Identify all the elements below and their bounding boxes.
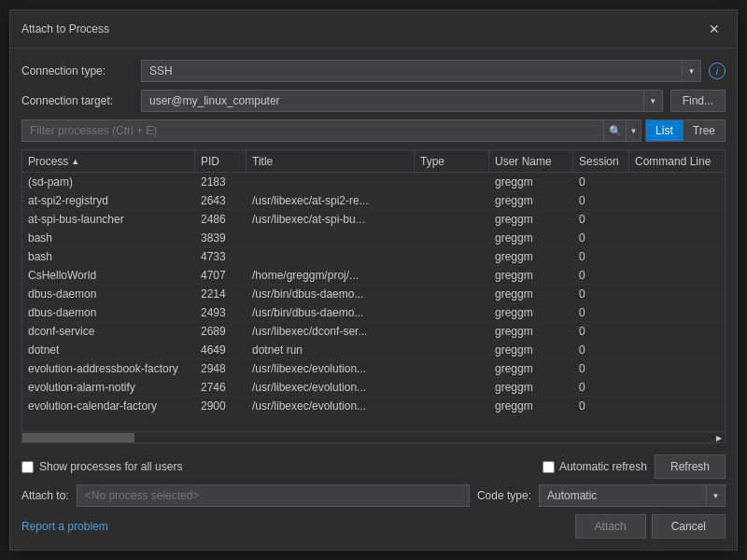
connection-target-input[interactable]	[141, 90, 644, 112]
connection-type-row: Connection type: ▼ i	[21, 60, 726, 82]
connection-type-info-icon[interactable]: i	[709, 63, 726, 79]
code-type-arrow-icon[interactable]: ▼	[706, 485, 725, 506]
td-pid: 4707	[195, 266, 247, 284]
th-cmdline[interactable]: Command Line	[629, 150, 725, 172]
td-username: greggm	[489, 303, 573, 321]
table-row[interactable]: evolution-alarm-notify 2746 /usr/libexec…	[22, 378, 725, 397]
table-row[interactable]: dbus-daemon 2214 /usr/bin/dbus-daemo... …	[22, 285, 725, 303]
tree-view-button[interactable]: Tree	[683, 120, 725, 141]
td-pid: 2486	[195, 210, 247, 228]
table-row[interactable]: (sd-pam) 2183 greggm 0	[22, 173, 725, 191]
table-row[interactable]: dotnet 4649 dotnet run greggm 0	[22, 341, 725, 359]
td-process: dconf-service	[22, 322, 195, 340]
list-view-button[interactable]: List	[646, 120, 683, 141]
th-username[interactable]: User Name	[489, 150, 573, 172]
td-username: greggm	[489, 191, 573, 209]
td-pid: 2746	[195, 378, 247, 396]
connection-type-dropdown[interactable]: ▼	[141, 60, 701, 82]
cancel-button[interactable]: Cancel	[652, 514, 726, 539]
table-row[interactable]: dbus-daemon 2493 /usr/bin/dbus-daemo... …	[22, 303, 725, 322]
td-cmdline	[629, 397, 725, 414]
attach-to-process-dialog: Attach to Process ✕ Connection type: ▼ i…	[9, 9, 738, 551]
close-button[interactable]: ✕	[703, 18, 726, 40]
td-pid: 2493	[195, 303, 247, 321]
refresh-button[interactable]: Refresh	[655, 455, 726, 479]
td-title	[247, 229, 415, 246]
td-process: at-spi2-registryd	[22, 191, 195, 209]
table-row[interactable]: dconf-service 2689 /usr/libexec/dconf-se…	[22, 322, 725, 341]
auto-refresh-check: Automatic refresh	[543, 460, 647, 473]
th-type[interactable]: Type	[415, 150, 489, 172]
refresh-row: Automatic refresh Refresh	[543, 455, 726, 479]
process-table: Process ▲ PID Title Type User Name Sessi…	[21, 149, 726, 443]
horizontal-scrollbar: ▶	[22, 431, 725, 442]
connection-target-arrow[interactable]: ▼	[644, 90, 663, 112]
td-cmdline	[629, 285, 725, 302]
table-row[interactable]: evolution-addressbook-factory 2948 /usr/…	[22, 359, 725, 378]
td-session: 0	[573, 322, 629, 340]
td-type	[415, 210, 489, 228]
h-scroll-right-button[interactable]: ▶	[713, 432, 725, 443]
table-row[interactable]: at-spi2-registryd 2643 /usr/libexec/at-s…	[22, 191, 725, 210]
td-session: 0	[573, 266, 629, 284]
td-pid: 4733	[195, 247, 247, 265]
find-button[interactable]: Find...	[670, 90, 726, 112]
td-title: /usr/bin/dbus-daemo...	[247, 303, 415, 321]
td-pid: 3839	[195, 229, 247, 246]
td-title: /home/greggm/proj/...	[247, 266, 415, 284]
td-username: greggm	[489, 341, 573, 358]
td-session: 0	[573, 285, 629, 302]
h-scrollbar-track[interactable]	[22, 432, 713, 443]
view-toggle: List Tree	[645, 119, 726, 142]
connection-target-dropdown[interactable]: ▼	[141, 90, 663, 112]
attach-to-label: Attach to:	[21, 489, 69, 502]
th-title[interactable]: Title	[247, 150, 415, 172]
td-username: greggm	[489, 210, 573, 228]
show-all-users-checkbox[interactable]	[21, 461, 34, 473]
td-session: 0	[573, 247, 629, 265]
td-username: greggm	[489, 378, 573, 396]
attach-button[interactable]: Attach	[575, 514, 646, 539]
auto-refresh-checkbox[interactable]	[543, 461, 555, 473]
td-cmdline	[629, 341, 725, 358]
td-pid: 2214	[195, 285, 247, 302]
code-type-select-wrap: ▼	[539, 484, 726, 507]
td-process: evolution-alarm-notify	[22, 378, 195, 396]
filter-input-wrap: 🔍 ▼	[21, 119, 641, 142]
td-session: 0	[573, 341, 629, 358]
connection-target-row: Connection target: ▼ Find...	[21, 90, 726, 112]
connection-type-arrow[interactable]: ▼	[683, 60, 701, 82]
report-link[interactable]: Report a problem	[21, 520, 108, 533]
td-cmdline	[629, 229, 725, 246]
connection-type-input[interactable]	[141, 60, 683, 82]
th-pid[interactable]: PID	[195, 150, 247, 172]
filter-dropdown-arrow[interactable]: ▼	[626, 120, 641, 141]
attach-to-input[interactable]	[78, 485, 469, 506]
table-row[interactable]: at-spi-bus-launcher 2486 /usr/libexec/at…	[22, 210, 725, 229]
td-title	[247, 247, 415, 265]
td-username: greggm	[489, 285, 573, 302]
toolbar-row: 🔍 ▼ List Tree	[21, 119, 726, 142]
td-cmdline	[629, 378, 725, 396]
td-session: 0	[573, 303, 629, 321]
auto-refresh-label[interactable]: Automatic refresh	[559, 460, 647, 473]
th-session[interactable]: Session	[573, 150, 629, 172]
table-row[interactable]: bash 4733 greggm 0	[22, 247, 725, 266]
code-type-input[interactable]	[540, 485, 706, 506]
td-type	[415, 359, 489, 377]
table-row[interactable]: bash 3839 greggm 0	[22, 229, 725, 247]
td-process: bash	[22, 229, 195, 246]
th-process[interactable]: Process ▲	[22, 150, 195, 172]
td-pid: 2900	[195, 397, 247, 414]
h-scrollbar-thumb[interactable]	[22, 433, 134, 442]
td-session: 0	[573, 378, 629, 396]
table-row[interactable]: evolution-calendar-factory 2900 /usr/lib…	[22, 397, 725, 415]
td-cmdline	[629, 359, 725, 377]
filter-input[interactable]	[22, 120, 603, 141]
search-icon[interactable]: 🔍	[603, 120, 626, 141]
td-username: greggm	[489, 322, 573, 340]
table-row[interactable]: CsHelloWorld 4707 /home/greggm/proj/... …	[22, 266, 725, 285]
table-header: Process ▲ PID Title Type User Name Sessi…	[22, 150, 725, 173]
show-all-users-label[interactable]: Show processes for all users	[39, 460, 182, 473]
sort-arrow-icon: ▲	[71, 157, 79, 166]
